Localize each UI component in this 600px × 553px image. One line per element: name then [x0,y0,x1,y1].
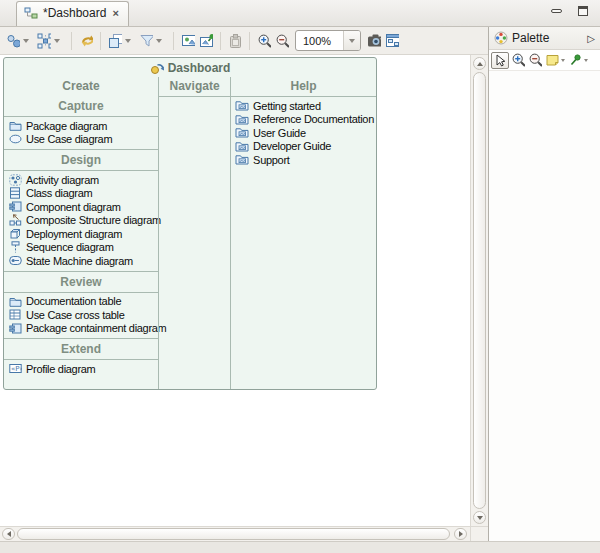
package-containment-diagram-icon [8,322,22,334]
item-label: Component diagram [26,201,121,213]
chevron-down-icon[interactable] [125,39,131,43]
add-image-button[interactable] [197,30,215,52]
item-activity-diagram[interactable]: Activity diagram [4,173,158,187]
item-usecase-cross-table[interactable]: Use Case cross table [4,308,158,322]
vertical-scrollbar[interactable] [470,55,488,526]
item-label: Documentation table [26,295,121,307]
item-profile-diagram[interactable]: «P» Profile diagram [4,362,158,376]
horizontal-scrollbar[interactable] [0,526,470,541]
select-tool[interactable] [491,52,509,69]
palette-expand-icon[interactable]: ▷ [587,33,595,44]
item-state-machine-diagram[interactable]: State Machine diagram [4,254,158,268]
item-usecase-diagram[interactable]: Use Case diagram [4,133,158,147]
scroll-left-button[interactable] [2,528,15,540]
combo-dropdown-button[interactable] [343,31,360,50]
zoom-in-icon [257,35,271,47]
maximize-icon[interactable] [578,6,588,16]
scroll-down-button[interactable] [473,511,486,524]
scroll-right-button[interactable] [454,528,467,540]
tab-dashboard[interactable]: *Dashboard × [16,1,129,26]
item-developer-guide[interactable]: Developer Guide [231,140,376,154]
section-extend: Extend «P» Profile diagram [4,338,158,379]
chevron-down-icon[interactable] [54,39,60,43]
chevron-down-icon[interactable] [584,59,588,62]
triangle-up-icon [477,62,483,66]
class-diagram-icon [8,187,22,199]
component-diagram-icon [8,201,22,213]
tab-title: *Dashboard [43,6,106,20]
chevron-down-icon[interactable] [156,39,162,43]
dashboard-tab-icon [24,7,38,19]
select-tool-icon [493,54,507,66]
note-tool[interactable] [544,52,566,69]
close-icon[interactable]: × [111,7,119,19]
item-composite-structure-diagram[interactable]: Composite Structure diagram [4,214,158,228]
add-image-icon [199,35,213,47]
section-capture: Capture Package diagram Use Case diagram [4,96,158,149]
diagram-canvas[interactable]: Dashboard Create Capture Package diagram [0,55,488,526]
zoom-out-icon [275,35,289,47]
filter-button[interactable] [137,30,168,52]
image-button[interactable] [179,30,197,52]
help-folder-icon [235,140,249,152]
section-header-capture: Capture [4,96,158,117]
item-support[interactable]: Support [231,153,376,167]
help-folder-icon [235,113,249,125]
column-create: Create Capture Package diagram Use Case … [4,77,158,389]
palette-header[interactable]: Palette ▷ [489,27,600,50]
item-label: Deployment diagram [26,228,122,240]
triangle-down-icon [477,516,483,520]
item-label: Sequence diagram [26,241,114,253]
copy-appearance-icon [108,35,122,47]
item-deployment-diagram[interactable]: Deployment diagram [4,227,158,241]
section-design: Design Activity diagram Class diagram [4,149,158,271]
dashboard-title-label: Dashboard [168,61,231,75]
diagram-window-icon [385,35,399,47]
copy-appearance-button[interactable] [106,30,137,52]
chevron-down-icon[interactable] [561,59,565,62]
item-getting-started[interactable]: Getting started [231,99,376,113]
item-label: Class diagram [26,187,92,199]
item-class-diagram[interactable]: Class diagram [4,187,158,201]
minimize-icon[interactable] [551,9,562,13]
zoom-in-button[interactable] [255,30,273,52]
item-sequence-diagram[interactable]: Sequence diagram [4,241,158,255]
vertical-scrollbar-thumb[interactable] [473,72,486,509]
zoom-level-combo[interactable]: 100% [295,30,361,51]
svg-text:«P»: «P» [11,365,22,373]
item-documentation-table[interactable]: Documentation table [4,295,158,309]
chevron-down-icon[interactable] [23,39,29,43]
element-nodes-button[interactable] [4,30,35,52]
palette-body[interactable] [489,71,600,541]
diagram-window-button[interactable] [383,30,401,52]
zoom-out-button[interactable] [273,30,291,52]
annotation-tool[interactable] [567,52,589,69]
item-user-guide[interactable]: User Guide [231,126,376,140]
palette-zoom-out-tool[interactable] [527,52,543,69]
item-package-diagram[interactable]: Package diagram [4,119,158,133]
sync-button[interactable] [77,30,95,52]
arrange-graph-button[interactable] [35,30,66,52]
section-header-extend: Extend [4,339,158,360]
snapshot-button[interactable] [365,30,383,52]
horizontal-scrollbar-thumb[interactable] [17,528,450,540]
item-label: Support [253,154,289,166]
toolbar-separator [100,32,101,50]
help-folder-icon [235,154,249,166]
item-label: Getting started [253,100,321,112]
item-package-containment-diagram[interactable]: Package containment diagram [4,322,158,336]
item-label: Package diagram [26,120,107,132]
item-reference-documentation[interactable]: Reference Documentation [231,113,376,127]
triangle-right-icon [459,531,463,537]
palette-zoom-in-tool[interactable] [510,52,526,69]
arrange-graph-icon [37,35,51,47]
item-label: Activity diagram [26,174,99,186]
usecase-diagram-icon [8,133,22,145]
zoom-in-tool-icon [511,54,525,66]
scroll-up-button[interactable] [473,57,486,70]
item-component-diagram[interactable]: Component diagram [4,200,158,214]
toolbar-separator [173,32,174,50]
paste-button [226,30,244,52]
palette-panel: Palette ▷ [488,27,600,541]
column-header-navigate: Navigate [159,77,230,97]
